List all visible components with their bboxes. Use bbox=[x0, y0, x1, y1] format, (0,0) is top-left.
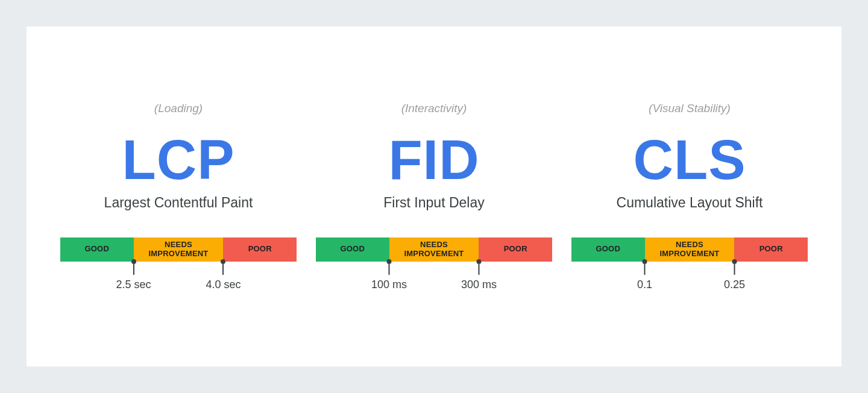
threshold-marker-good: 100 ms bbox=[371, 259, 407, 291]
threshold-label: 300 ms bbox=[461, 278, 497, 291]
threshold-marker-good: 2.5 sec bbox=[116, 259, 151, 291]
segment-poor: POOR bbox=[223, 237, 297, 262]
metric-category: (Visual Stability) bbox=[649, 102, 731, 115]
threshold-marker-poor: 300 ms bbox=[461, 259, 497, 291]
threshold-bar: GOOD NEEDSIMPROVEMENT POOR 0.1 0.25 bbox=[571, 237, 808, 292]
threshold-label: 0.25 bbox=[724, 278, 745, 291]
threshold-marker-poor: 0.25 bbox=[724, 259, 745, 291]
segment-good: GOOD bbox=[316, 237, 389, 262]
threshold-label: 100 ms bbox=[371, 278, 407, 291]
metric-card-fid: (Interactivity) FID First Input Delay GO… bbox=[316, 102, 552, 292]
diagram-canvas: (Loading) LCP Largest Contentful Paint G… bbox=[27, 27, 841, 366]
threshold-label: 2.5 sec bbox=[116, 278, 151, 291]
metric-fullname: Cumulative Layout Shift bbox=[617, 195, 763, 211]
metric-acronym: FID bbox=[388, 132, 479, 187]
metric-fullname: Largest Contentful Paint bbox=[104, 195, 253, 211]
metric-card-cls: (Visual Stability) CLS Cumulative Layout… bbox=[571, 102, 808, 292]
segment-poor: POOR bbox=[479, 237, 552, 262]
segment-needs-improvement: NEEDSIMPROVEMENT bbox=[645, 237, 735, 262]
threshold-marker-poor: 4.0 sec bbox=[206, 259, 241, 291]
metric-fullname: First Input Delay bbox=[383, 195, 484, 211]
threshold-bar: GOOD NEEDSIMPROVEMENT POOR 2.5 sec 4.0 s… bbox=[60, 237, 297, 292]
threshold-label: 0.1 bbox=[637, 278, 652, 291]
threshold-marker-good: 0.1 bbox=[637, 259, 652, 291]
threshold-bar: GOOD NEEDSIMPROVEMENT POOR 100 ms 300 ms bbox=[316, 237, 552, 292]
metric-acronym: LCP bbox=[122, 132, 235, 187]
metric-category: (Loading) bbox=[154, 102, 203, 115]
segment-good: GOOD bbox=[571, 237, 645, 262]
metric-category: (Interactivity) bbox=[401, 102, 467, 115]
segment-poor: POOR bbox=[734, 237, 808, 262]
threshold-label: 4.0 sec bbox=[206, 278, 241, 291]
segment-needs-improvement: NEEDSIMPROVEMENT bbox=[134, 237, 224, 262]
segment-good: GOOD bbox=[60, 237, 134, 262]
metric-card-lcp: (Loading) LCP Largest Contentful Paint G… bbox=[60, 102, 297, 292]
segment-needs-improvement: NEEDSIMPROVEMENT bbox=[389, 237, 479, 262]
metric-acronym: CLS bbox=[634, 132, 746, 187]
